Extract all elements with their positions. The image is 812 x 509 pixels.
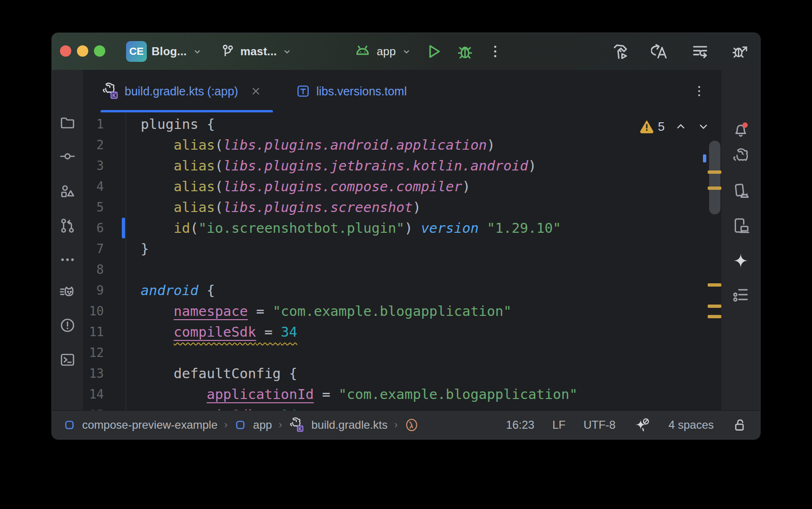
cursor-position-widget[interactable]: 16:23 (506, 418, 534, 432)
branch-widget[interactable]: mast... (220, 33, 293, 70)
notifications-bell-icon[interactable] (731, 120, 750, 139)
line-number[interactable]: 5 (83, 200, 104, 214)
device-manager-tool-icon[interactable] (731, 182, 750, 201)
inspections-widget[interactable]: 5 (639, 119, 710, 134)
unlock-icon[interactable] (732, 417, 748, 433)
gradle-kts-file-icon (288, 417, 304, 433)
code-line[interactable]: 1plugins { (83, 114, 721, 135)
code-line[interactable]: 2 alias(libs.plugins.android.application… (83, 135, 721, 155)
code-line[interactable]: 11 compileSdk = 34 (83, 322, 721, 342)
breadcrumb-item[interactable]: build.gradle.kts (311, 418, 387, 432)
indent-widget[interactable]: 4 spaces (668, 418, 714, 432)
code-token: ) (405, 220, 421, 236)
commit-tool-icon[interactable] (58, 147, 77, 166)
code-token: "io.screenshotbot.plugin" (198, 220, 405, 236)
run-button[interactable] (425, 42, 443, 60)
terminal-tool-icon[interactable] (58, 350, 77, 369)
code-line[interactable]: 6 id("io.screenshotbot.plugin") version … (83, 218, 721, 238)
running-devices-tool-icon[interactable] (731, 216, 750, 235)
sync-lines-icon[interactable] (691, 42, 710, 61)
logcat-tool-icon[interactable] (58, 282, 77, 301)
line-number[interactable]: 1 (83, 117, 104, 131)
tab-libs-versions-toml[interactable]: libs.versions.toml (296, 70, 407, 112)
line-number[interactable]: 2 (83, 138, 104, 152)
tab-options-icon[interactable] (692, 84, 706, 98)
project-widget[interactable]: CE Blog... (126, 33, 203, 70)
gradle-tool-icon[interactable] (731, 147, 750, 166)
line-number[interactable]: 10 (83, 304, 104, 318)
code-token: libs.plugins.jetbrains.kotlin.android (223, 158, 528, 174)
editor-tab-bar: build.gradle.kts (:app) libs.versions.to… (83, 70, 721, 113)
code-token: ) (528, 158, 536, 174)
more-actions-icon[interactable] (487, 43, 503, 59)
line-number[interactable]: 13 (83, 366, 104, 381)
previous-problem-icon[interactable] (674, 120, 687, 133)
code-token: alias (174, 158, 215, 174)
run-configuration-widget[interactable]: app (353, 33, 412, 70)
project-name: Blog... (152, 45, 187, 58)
line-number[interactable]: 12 (83, 346, 104, 360)
line-number[interactable]: 14 (83, 387, 104, 401)
structure-tool-icon[interactable] (731, 285, 750, 304)
code-line[interactable]: 14 applicationId = "com.example.blogappl… (83, 384, 721, 405)
code-token: "com.example.blogapplication" (338, 386, 577, 402)
line-number[interactable]: 4 (83, 179, 104, 194)
code-line[interactable]: 7} (83, 238, 721, 259)
code-token: alias (174, 178, 215, 195)
build-run-icon[interactable] (611, 42, 630, 61)
tab-label: build.gradle.kts (:app) (125, 85, 238, 98)
line-number[interactable]: 9 (83, 283, 104, 297)
line-number[interactable]: 11 (83, 325, 104, 339)
project-tool-icon[interactable] (58, 113, 77, 132)
resource-manager-tool-icon[interactable] (58, 182, 77, 201)
tab-build-gradle-kts[interactable]: build.gradle.kts (:app) (101, 70, 262, 112)
code-token: ) (462, 178, 470, 195)
fullscreen-window-button[interactable] (94, 45, 105, 57)
line-number[interactable]: 3 (83, 159, 104, 173)
code-token: libs.plugins.compose.compiler (223, 178, 462, 195)
line-number[interactable]: 8 (83, 263, 104, 277)
code-token (141, 137, 174, 153)
code-line[interactable]: 3 alias(libs.plugins.jetbrains.kotlin.an… (83, 155, 721, 176)
code-editor[interactable]: 1plugins {2 alias(libs.plugins.android.a… (83, 112, 721, 411)
breadcrumbs: compose-preview-example › app › build.gr… (52, 417, 419, 433)
close-window-button[interactable] (60, 45, 71, 57)
code-token: ( (215, 137, 223, 153)
code-token: { (198, 282, 215, 298)
code-line[interactable]: 10 namespace = "com.example.blogapplicat… (83, 301, 721, 322)
minimize-window-button[interactable] (77, 45, 88, 57)
pull-requests-tool-icon[interactable] (58, 216, 77, 235)
problems-tool-icon[interactable] (58, 316, 77, 335)
code-line[interactable]: 12 (83, 342, 721, 363)
close-tab-icon[interactable] (250, 85, 262, 97)
encoding-widget[interactable]: UTF-8 (584, 418, 616, 432)
warning-icon (639, 119, 654, 134)
code-line[interactable]: 13 defaultConfig { (83, 363, 721, 384)
code-line[interactable]: 5 alias(libs.plugins.screenshot) (83, 197, 721, 218)
more-tool-windows-icon[interactable] (58, 250, 77, 269)
code-token: android (141, 282, 198, 298)
code-line[interactable]: 8 (83, 259, 721, 280)
title-bar: CE Blog... mast... (52, 33, 760, 70)
code-token (141, 178, 174, 195)
line-number[interactable]: 7 (83, 242, 104, 256)
editor-scrollbar[interactable] (709, 141, 720, 214)
gradle-kts-file-icon (101, 82, 119, 100)
scrollbar-warning-mark (708, 187, 721, 190)
debug-button[interactable] (456, 42, 474, 60)
next-problem-icon[interactable] (697, 120, 710, 133)
ai-actions-icon[interactable] (651, 42, 670, 61)
code-token: "1.29.10" (487, 220, 561, 236)
breadcrumb-item[interactable]: compose-preview-example (82, 418, 218, 432)
chevron-down-icon (192, 46, 203, 57)
gemini-sparkle-icon[interactable] (731, 251, 750, 270)
line-number[interactable]: 6 (83, 221, 104, 235)
ai-disabled-sparkle-icon[interactable] (634, 416, 651, 433)
code-line[interactable]: 9android { (83, 280, 721, 301)
android-icon (353, 42, 372, 61)
breadcrumb-item[interactable]: app (253, 418, 272, 432)
profiler-bug-icon[interactable] (730, 42, 749, 61)
line-separator-widget[interactable]: LF (552, 418, 566, 432)
code-line[interactable]: 4 alias(libs.plugins.compose.compiler) (83, 176, 721, 197)
code-token: ) (413, 199, 421, 215)
